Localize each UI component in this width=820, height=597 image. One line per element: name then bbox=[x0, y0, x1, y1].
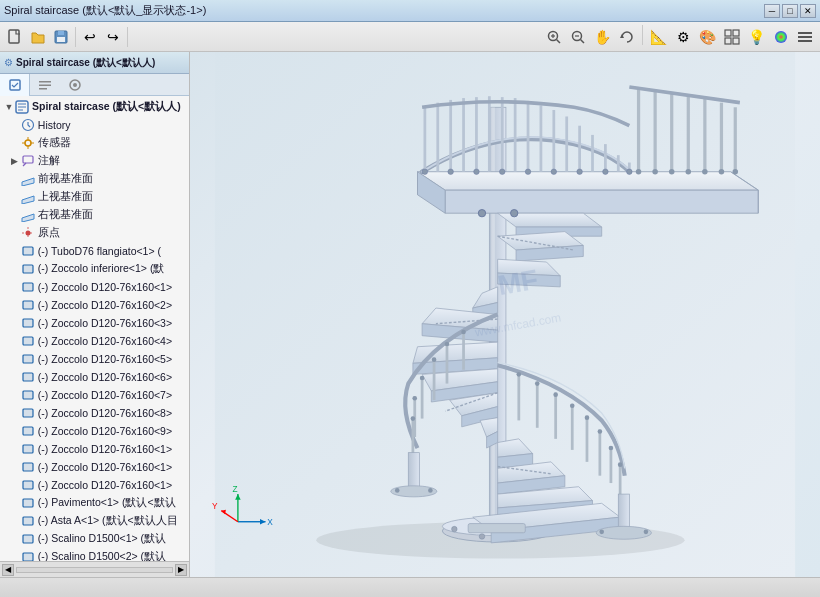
tree-item-annotations[interactable]: ▶ 注解 bbox=[0, 152, 189, 170]
tree-item-zoccolo1[interactable]: (-) Zoccolo inferiore<1> (默 bbox=[0, 260, 189, 278]
svg-line-5 bbox=[557, 39, 561, 43]
svg-rect-50 bbox=[23, 355, 33, 363]
tree-label: (-) Zoccolo D120-76x160<6> bbox=[38, 371, 185, 383]
expand-icon bbox=[10, 210, 20, 220]
svg-point-129 bbox=[733, 169, 739, 175]
toolbar-open[interactable] bbox=[27, 25, 49, 49]
tree-item-pavimento1[interactable]: (-) Pavimento<1> (默认<默认 bbox=[0, 494, 189, 512]
svg-rect-52 bbox=[23, 391, 33, 399]
plane-icon bbox=[20, 171, 36, 187]
tree-root[interactable]: ▼ Spiral staircase (默认<默认人) bbox=[0, 98, 189, 116]
tree-label: 右视基准面 bbox=[38, 208, 185, 222]
svg-marker-38 bbox=[22, 178, 34, 186]
toolbar-sep2 bbox=[127, 27, 128, 47]
svg-point-168 bbox=[585, 415, 590, 420]
svg-point-113 bbox=[603, 169, 609, 175]
close-button[interactable]: ✕ bbox=[800, 4, 816, 18]
tree-label: (-) Scalino D1500<2> (默认 bbox=[38, 550, 185, 561]
tree-item-tubo1[interactable]: (-) TuboD76 flangiato<1> ( bbox=[0, 242, 189, 260]
tree-item-sensors[interactable]: 传感器 bbox=[0, 134, 189, 152]
expand-icon bbox=[10, 462, 20, 472]
tree-item-top-plane[interactable]: 上视基准面 bbox=[0, 188, 189, 206]
svg-rect-45 bbox=[23, 265, 33, 273]
svg-text:X: X bbox=[267, 518, 273, 527]
svg-point-79 bbox=[452, 526, 458, 532]
expand-icon bbox=[10, 534, 20, 544]
svg-rect-2 bbox=[58, 31, 64, 35]
toolbar-measure[interactable]: 📐 bbox=[647, 25, 670, 49]
svg-rect-54 bbox=[23, 427, 33, 435]
toolbar-settings[interactable]: ⚙ bbox=[672, 25, 694, 49]
tree-item-right-plane[interactable]: 右视基准面 bbox=[0, 206, 189, 224]
toolbar-view[interactable] bbox=[721, 25, 743, 49]
tree-item-front-plane[interactable]: 前视基准面 bbox=[0, 170, 189, 188]
svg-point-165 bbox=[535, 381, 540, 386]
svg-point-169 bbox=[598, 429, 603, 434]
tree-item-zoccolo4[interactable]: (-) Zoccolo D120-76x160<3> bbox=[0, 314, 189, 332]
tab-property[interactable] bbox=[30, 74, 60, 96]
expand-icon bbox=[10, 354, 20, 364]
toolbar-color-display[interactable] bbox=[770, 25, 792, 49]
tree-label: (-) Asta A<1> (默认<默认人目 bbox=[38, 514, 185, 528]
toolbar-sep1 bbox=[75, 27, 76, 47]
tree-item-origin[interactable]: 原点 bbox=[0, 224, 189, 242]
svg-point-164 bbox=[517, 372, 522, 377]
tree-item-zoccolo3[interactable]: (-) Zoccolo D120-76x160<2> bbox=[0, 296, 189, 314]
expand-icon bbox=[10, 120, 20, 130]
maximize-button[interactable]: □ bbox=[782, 4, 798, 18]
svg-point-181 bbox=[420, 376, 425, 381]
tree-item-zoccolo8[interactable]: (-) Zoccolo D120-76x160<7> bbox=[0, 386, 189, 404]
part-icon bbox=[20, 351, 36, 367]
feature-tree[interactable]: ▼ Spiral staircase (默认<默认人) History 传感器 … bbox=[0, 96, 189, 561]
window-title: Spiral staircase (默认<默认_显示状态-1>) bbox=[4, 3, 206, 18]
toolbar-pan[interactable]: ✋ bbox=[591, 25, 614, 49]
part-icon bbox=[20, 243, 36, 259]
svg-rect-14 bbox=[725, 38, 731, 44]
tree-item-zoccolo10[interactable]: (-) Zoccolo D120-76x160<9> bbox=[0, 422, 189, 440]
tree-label: (-) Zoccolo D120-76x160<7> bbox=[38, 389, 185, 401]
main-area: ⚙ Spiral staircase (默认<默认人) ▼ Spiral bbox=[0, 52, 820, 577]
scroll-left[interactable]: ◀ bbox=[2, 564, 14, 576]
tree-item-scalino1[interactable]: (-) Scalino D1500<1> (默认 bbox=[0, 530, 189, 548]
scroll-right[interactable]: ▶ bbox=[175, 564, 187, 576]
root-label: Spiral staircase (默认<默认人) bbox=[32, 100, 185, 114]
tree-item-zoccolo6[interactable]: (-) Zoccolo D120-76x160<5> bbox=[0, 350, 189, 368]
svg-rect-19 bbox=[798, 40, 812, 42]
minimize-button[interactable]: ─ bbox=[764, 4, 780, 18]
tree-label: 上视基准面 bbox=[38, 190, 185, 204]
left-panel: ⚙ Spiral staircase (默认<默认人) ▼ Spiral bbox=[0, 52, 190, 577]
tree-item-zoccolo12[interactable]: (-) Zoccolo D120-76x160<1> bbox=[0, 458, 189, 476]
svg-text:Z: Z bbox=[232, 485, 237, 494]
svg-point-180 bbox=[432, 357, 437, 362]
tree-item-zoccolo7[interactable]: (-) Zoccolo D120-76x160<6> bbox=[0, 368, 189, 386]
tree-item-zoccolo13[interactable]: (-) Zoccolo D120-76x160<1> bbox=[0, 476, 189, 494]
tree-item-zoccolo2[interactable]: (-) Zoccolo D120-76x160<1> bbox=[0, 278, 189, 296]
toolbar-save[interactable] bbox=[50, 25, 72, 49]
toolbar-rotate[interactable] bbox=[616, 25, 638, 49]
svg-rect-12 bbox=[725, 30, 731, 36]
tree-item-zoccolo11[interactable]: (-) Zoccolo D120-76x160<1> bbox=[0, 440, 189, 458]
toolbar-zoom-out[interactable] bbox=[567, 25, 589, 49]
svg-point-194 bbox=[644, 530, 649, 535]
tree-item-scalino2[interactable]: (-) Scalino D1500<2> (默认 bbox=[0, 548, 189, 561]
tab-model[interactable] bbox=[0, 74, 30, 96]
viewport[interactable]: X Z Y MF www.mfcad.com bbox=[190, 52, 820, 577]
svg-point-123 bbox=[636, 169, 642, 175]
toolbar-light[interactable]: 💡 bbox=[745, 25, 768, 49]
tree-item-zoccolo5[interactable]: (-) Zoccolo D120-76x160<4> bbox=[0, 332, 189, 350]
toolbar-appearance[interactable]: 🎨 bbox=[696, 25, 719, 49]
toolbar-options[interactable] bbox=[794, 25, 816, 49]
toolbar-new[interactable] bbox=[4, 25, 26, 49]
tree-item-asta1[interactable]: (-) Asta A<1> (默认<默认人目 bbox=[0, 512, 189, 530]
expand-icon bbox=[10, 516, 20, 526]
toolbar-redo[interactable]: ↪ bbox=[102, 25, 124, 49]
toolbar-zoom-in[interactable] bbox=[543, 25, 565, 49]
tree-item-zoccolo9[interactable]: (-) Zoccolo D120-76x160<8> bbox=[0, 404, 189, 422]
svg-rect-13 bbox=[733, 30, 739, 36]
tab-config[interactable] bbox=[60, 74, 90, 96]
tree-label: (-) Zoccolo inferiore<1> (默 bbox=[38, 262, 185, 276]
svg-marker-83 bbox=[418, 172, 759, 190]
tree-item-history[interactable]: History bbox=[0, 116, 189, 134]
toolbar-undo[interactable]: ↩ bbox=[79, 25, 101, 49]
svg-rect-57 bbox=[23, 481, 33, 489]
